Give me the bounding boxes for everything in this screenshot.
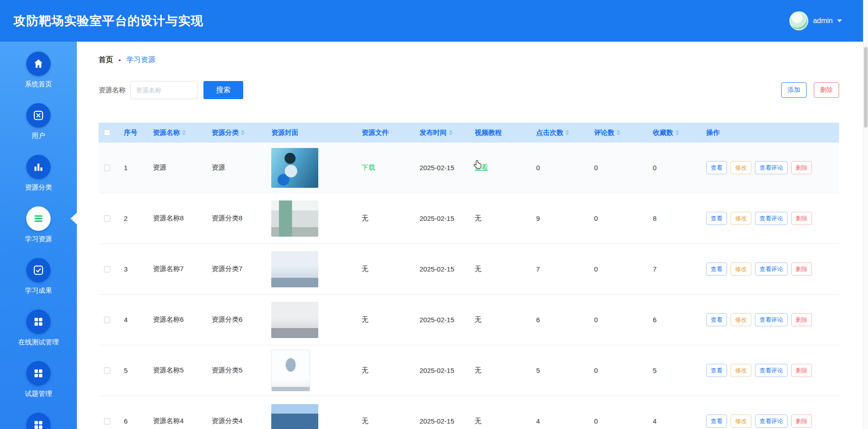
row-comments-button[interactable]: 查看评论 bbox=[755, 313, 788, 326]
cell-comments: 0 bbox=[590, 367, 649, 374]
home-icon bbox=[26, 52, 51, 76]
col-clicks[interactable]: 点击次数 bbox=[533, 129, 590, 137]
row-view-button[interactable]: 查看 bbox=[706, 415, 727, 428]
resource-cover-image[interactable] bbox=[271, 350, 310, 391]
col-comments[interactable]: 评论数 bbox=[590, 129, 649, 137]
row-delete-button[interactable]: 删除 bbox=[791, 415, 812, 428]
resource-cover-image[interactable] bbox=[271, 404, 318, 429]
video-view-link[interactable]: 查看 bbox=[475, 163, 488, 172]
cell-comments: 0 bbox=[590, 164, 649, 172]
user-name: admin bbox=[813, 17, 833, 25]
app-title: 攻防靶场实验室平台的设计与实现 bbox=[14, 13, 203, 29]
breadcrumb-current-link[interactable]: 学习资源 bbox=[126, 55, 155, 65]
cell-comments: 0 bbox=[590, 316, 649, 324]
sidebar-item-users[interactable]: 用户 bbox=[0, 103, 77, 155]
row-view-button[interactable]: 查看 bbox=[706, 262, 727, 276]
row-comments-button[interactable]: 查看评论 bbox=[755, 262, 788, 276]
download-link[interactable]: 下载 bbox=[362, 163, 375, 172]
sidebar-item-resource-category[interactable]: 资源分类 bbox=[0, 155, 77, 206]
grid-icon bbox=[26, 413, 51, 429]
cell-category: 资源分类4 bbox=[208, 417, 268, 425]
cell-index: 5 bbox=[120, 367, 149, 374]
sidebar-item-online-test[interactable]: 在线测试管理 bbox=[0, 310, 77, 361]
sidebar-item-question-management[interactable]: 试题管理 bbox=[0, 361, 77, 413]
col-date[interactable]: 发布时间 bbox=[416, 129, 471, 137]
row-checkbox[interactable] bbox=[104, 215, 110, 222]
cell-comments: 0 bbox=[590, 265, 649, 273]
row-view-button[interactable]: 查看 bbox=[706, 212, 727, 225]
cell-date: 2025-02-15 bbox=[416, 367, 471, 374]
cell-clicks: 6 bbox=[533, 316, 590, 324]
cell-video: 无 bbox=[471, 315, 533, 324]
table-body: 1 资源 资源 下载 2025-02-15 查看 0 0 0 查看 修改 查看评… bbox=[99, 143, 839, 429]
scrollbar-thumb[interactable] bbox=[864, 47, 868, 128]
cell-category: 资源分类7 bbox=[208, 265, 268, 273]
cell-file: 无 bbox=[358, 315, 416, 324]
cell-category: 资源 bbox=[208, 163, 268, 172]
sidebar-item-partial[interactable] bbox=[0, 413, 77, 429]
add-button[interactable]: 添加 bbox=[781, 82, 807, 98]
row-comments-button[interactable]: 查看评论 bbox=[755, 364, 788, 377]
select-all-checkbox[interactable] bbox=[104, 129, 110, 136]
row-comments-button[interactable]: 查看评论 bbox=[755, 415, 788, 428]
search-button[interactable]: 搜索 bbox=[203, 81, 243, 99]
row-edit-button[interactable]: 修改 bbox=[731, 415, 751, 428]
bar-chart-icon bbox=[26, 155, 51, 179]
table-row: 4 资源名称6 资源分类6 无 2025-02-15 无 6 0 6 查看 修改… bbox=[99, 295, 839, 345]
resource-cover-image[interactable] bbox=[271, 251, 318, 287]
breadcrumb-home-link[interactable]: 首页 bbox=[99, 55, 113, 65]
cell-date: 2025-02-15 bbox=[416, 316, 471, 324]
row-delete-button[interactable]: 删除 bbox=[791, 364, 812, 377]
cell-clicks: 7 bbox=[533, 265, 590, 273]
row-checkbox[interactable] bbox=[104, 418, 110, 424]
resource-cover-image[interactable] bbox=[271, 200, 318, 237]
sidebar-item-learning-achievements[interactable]: 学习成果 bbox=[0, 258, 77, 310]
row-delete-button[interactable]: 删除 bbox=[791, 313, 812, 326]
row-checkbox[interactable] bbox=[104, 367, 110, 374]
col-name[interactable]: 资源名称 bbox=[149, 129, 208, 137]
cell-category: 资源分类5 bbox=[208, 366, 268, 375]
resource-cover-image[interactable] bbox=[271, 302, 318, 338]
row-edit-button[interactable]: 修改 bbox=[731, 212, 751, 225]
row-checkbox[interactable] bbox=[104, 317, 110, 323]
row-edit-button[interactable]: 修改 bbox=[731, 313, 751, 326]
cell-name: 资源名称5 bbox=[149, 366, 208, 375]
col-actions: 操作 bbox=[703, 129, 839, 137]
row-edit-button[interactable]: 修改 bbox=[731, 161, 751, 174]
search-input[interactable] bbox=[130, 81, 198, 99]
cell-video: 无 bbox=[471, 265, 533, 273]
cell-favorites: 8 bbox=[649, 214, 703, 222]
sort-icon bbox=[449, 130, 453, 135]
sidebar-item-home[interactable]: 系统首页 bbox=[0, 52, 77, 103]
row-edit-button[interactable]: 修改 bbox=[731, 364, 751, 377]
row-view-button[interactable]: 查看 bbox=[706, 313, 727, 326]
vertical-scrollbar[interactable] bbox=[863, 0, 868, 429]
cell-video: 无 bbox=[471, 417, 533, 425]
row-edit-button[interactable]: 修改 bbox=[731, 262, 751, 276]
user-menu[interactable]: admin bbox=[789, 11, 842, 30]
cell-date: 2025-02-15 bbox=[416, 417, 471, 425]
col-favorites[interactable]: 收藏数 bbox=[649, 129, 703, 137]
row-view-button[interactable]: 查看 bbox=[706, 364, 727, 377]
row-comments-button[interactable]: 查看评论 bbox=[755, 212, 788, 225]
row-checkbox[interactable] bbox=[104, 165, 110, 171]
sidebar-item-label: 资源分类 bbox=[25, 183, 52, 192]
delete-button[interactable]: 删除 bbox=[814, 82, 839, 98]
cell-comments: 0 bbox=[590, 214, 649, 222]
row-checkbox[interactable] bbox=[104, 266, 110, 272]
sidebar-item-learning-resources[interactable]: 学习资源 bbox=[0, 206, 77, 258]
row-delete-button[interactable]: 删除 bbox=[791, 161, 812, 174]
main-content: 首页 ● 学习资源 资源名称 搜索 添加 删除 序号 资源名称 资源分类 资源封… bbox=[77, 42, 868, 429]
row-comments-button[interactable]: 查看评论 bbox=[755, 161, 788, 174]
row-delete-button[interactable]: 删除 bbox=[791, 212, 812, 225]
breadcrumb: 首页 ● 学习资源 bbox=[99, 55, 839, 65]
sidebar-item-label: 试题管理 bbox=[25, 390, 52, 398]
resource-cover-image[interactable] bbox=[271, 148, 318, 188]
cell-name: 资源名称4 bbox=[149, 417, 208, 425]
table-row: 5 资源名称5 资源分类5 无 2025-02-15 无 5 0 5 查看 修改… bbox=[99, 345, 839, 396]
col-category[interactable]: 资源分类 bbox=[208, 129, 268, 137]
row-delete-button[interactable]: 删除 bbox=[791, 262, 812, 276]
row-view-button[interactable]: 查看 bbox=[706, 161, 727, 174]
sidebar-item-label: 学习成果 bbox=[25, 286, 52, 295]
user-icon bbox=[26, 103, 51, 128]
